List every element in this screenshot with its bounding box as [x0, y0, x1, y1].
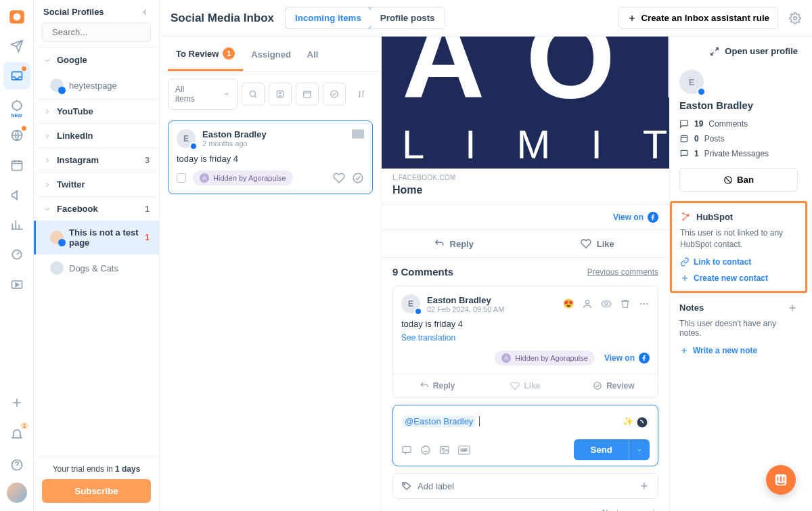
nav-calendar-icon[interactable] — [3, 152, 30, 179]
group-linkedin[interactable]: LinkedIn — [34, 124, 159, 148]
profiles-search-input[interactable] — [52, 27, 166, 37]
group-youtube[interactable]: YouTube — [34, 99, 159, 123]
filter-select[interactable]: All items — [168, 79, 238, 110]
comment-time: 02 Feb 2024, 09:50 AM — [427, 305, 504, 313]
settings-icon[interactable] — [789, 12, 801, 24]
svg-point-10 — [794, 16, 797, 20]
delete-icon[interactable] — [620, 298, 631, 309]
page-title: Social Media Inbox — [171, 12, 274, 25]
link-icon — [680, 257, 690, 267]
profile-item-testpage[interactable]: This is not a test page 1 — [34, 221, 159, 254]
nav-listening-icon[interactable]: NEW — [3, 92, 30, 119]
nav-inbox-icon[interactable] — [3, 62, 30, 89]
add-note-icon[interactable] — [787, 303, 798, 313]
create-new-contact[interactable]: Create new contact — [680, 273, 797, 283]
hide-icon[interactable] — [601, 298, 612, 309]
ai-suggest-icon[interactable]: ✨ — [623, 416, 633, 428]
heart-icon[interactable] — [333, 172, 345, 184]
add-label-text: Add label — [418, 481, 454, 491]
open-user-profile[interactable]: Open user profile — [679, 46, 798, 56]
group-instagram[interactable]: Instagram3 — [34, 148, 159, 172]
tab-incoming[interactable]: Incoming items — [285, 7, 371, 29]
plus-icon — [679, 346, 689, 355]
view-on-link[interactable]: View on — [604, 353, 650, 363]
group-label: LinkedIn — [57, 131, 93, 141]
reply-icon — [434, 238, 445, 249]
ban-button[interactable]: Ban — [679, 168, 798, 192]
create-rule-button[interactable]: Create an Inbox assistant rule — [618, 7, 778, 29]
subscribe-button[interactable]: Subscribe — [42, 479, 151, 503]
group-google[interactable]: Google — [34, 48, 159, 72]
inbox-tab-all[interactable]: All — [299, 37, 327, 71]
chat-icon[interactable] — [401, 445, 412, 456]
nav-globe-icon[interactable] — [3, 122, 30, 149]
svg-point-1 — [13, 14, 20, 21]
create-rule-label: Create an Inbox assistant rule — [641, 13, 769, 23]
user-avatar[interactable] — [7, 483, 27, 503]
comment-body: today is friday 4 — [401, 319, 650, 329]
intercom-launcher[interactable] — [766, 465, 796, 495]
profiles-search[interactable] — [42, 22, 151, 42]
comments-title: 9 Comments — [392, 266, 453, 277]
write-note[interactable]: Write a new note — [679, 346, 798, 355]
profile-item-dogscats[interactable]: Dogs & Cats — [34, 254, 159, 282]
filter-check-icon[interactable] — [323, 83, 346, 106]
action-like[interactable]: Like — [526, 230, 670, 257]
filter-user-icon[interactable] — [269, 83, 292, 106]
emoji-icon[interactable] — [420, 445, 431, 456]
inbox-tab-assigned[interactable]: Assigned — [243, 37, 299, 71]
svg-rect-28 — [403, 446, 411, 452]
profile-item-heytestpage[interactable]: heytestpage — [34, 72, 159, 99]
group-twitter[interactable]: Twitter — [34, 173, 159, 196]
saved-reply-icon[interactable] — [636, 416, 648, 428]
action-reply[interactable]: Reply — [382, 230, 526, 257]
select-checkbox[interactable] — [177, 173, 186, 183]
image-icon[interactable] — [439, 445, 450, 456]
svg-rect-16 — [352, 129, 364, 139]
heart-icon — [581, 238, 591, 249]
comment-reply[interactable]: Reply — [393, 381, 481, 391]
inbox-tab-to-review[interactable]: To Review1 — [168, 37, 243, 71]
previous-comments-link[interactable]: Previous comments — [587, 267, 658, 277]
filter-date-icon[interactable] — [296, 83, 319, 106]
facebook-icon — [648, 212, 658, 223]
gif-icon[interactable]: GIF — [458, 445, 470, 455]
help-icon[interactable] — [3, 451, 30, 479]
profiles-title: Social Profiles — [43, 7, 104, 17]
see-translation-link[interactable]: See translation — [401, 333, 455, 342]
review-check-icon[interactable] — [352, 172, 364, 184]
nav-dashboard-icon[interactable] — [3, 241, 30, 268]
tab-profile-posts[interactable]: Profile posts — [371, 7, 445, 28]
add-label-row[interactable]: Add label — [392, 473, 658, 499]
group-facebook[interactable]: Facebook1 — [34, 197, 159, 221]
add-label-plus-icon[interactable] — [639, 481, 650, 491]
filter-search-icon[interactable] — [242, 83, 265, 106]
nav-send-icon[interactable] — [3, 32, 30, 60]
svg-point-21 — [585, 301, 589, 304]
hidden-chip: AHidden by Agorapulse — [193, 171, 293, 185]
more-icon[interactable] — [639, 298, 650, 309]
notifications-icon[interactable]: 1 — [3, 420, 30, 447]
trial-text: Your trial ends in 1 days — [42, 464, 151, 474]
add-icon[interactable] — [3, 389, 30, 416]
next-comments-link[interactable]: Next comments — [382, 503, 669, 511]
send-dropdown[interactable] — [629, 439, 650, 460]
comment-review[interactable]: Review — [570, 381, 658, 391]
profile-item-label: Dogs & Cats — [69, 263, 118, 273]
filter-sort-icon[interactable] — [350, 83, 373, 106]
inbox-message-card[interactable]: E Easton Bradley 2 months ago today is f… — [168, 120, 373, 194]
comment-like[interactable]: Like — [481, 381, 569, 391]
assign-icon[interactable] — [582, 298, 593, 309]
view-on-link[interactable]: View on — [613, 212, 658, 223]
svg-point-13 — [279, 93, 281, 94]
badge: 1 — [223, 47, 235, 60]
nav-megaphone-icon[interactable] — [3, 181, 30, 208]
nav-reports-icon[interactable] — [3, 211, 30, 238]
user-name: Easton Bradley — [679, 99, 798, 111]
reaction-love-icon[interactable]: 😍 — [563, 298, 574, 309]
link-to-contact[interactable]: Link to contact — [680, 257, 797, 267]
nav-library-icon[interactable] — [3, 271, 30, 298]
reply-box[interactable]: @Easton Bradley ✨ GIF Send — [392, 405, 658, 466]
send-button[interactable]: Send — [574, 439, 629, 460]
collapse-sidebar-icon[interactable] — [140, 7, 150, 17]
